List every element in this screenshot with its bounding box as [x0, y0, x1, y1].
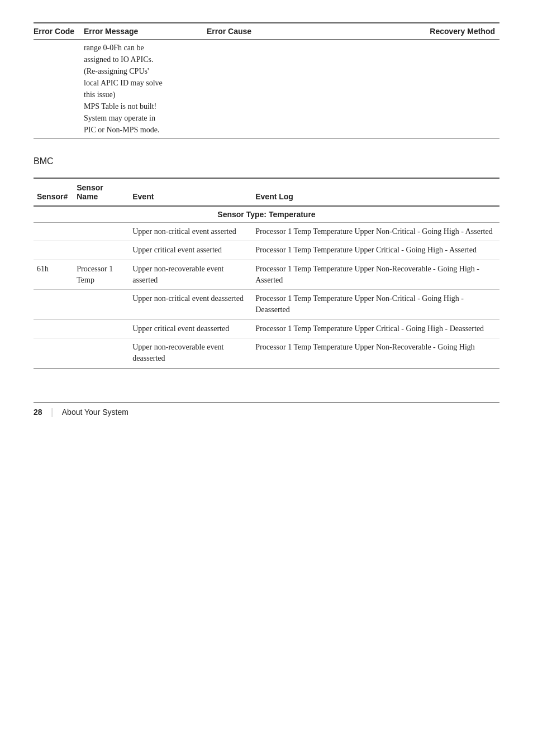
event-log-cell: Processor 1 Temp Temperature Upper Non-C…: [252, 223, 499, 241]
recovery-method-cell: [307, 40, 499, 138]
sensor-num-cell: [34, 319, 73, 338]
error-cause-header: Error Cause: [207, 23, 307, 40]
error-message-header: Error Message: [84, 23, 207, 40]
sensor-name-header: SensorName: [73, 178, 129, 206]
sensor-type-row: Sensor Type: Temperature: [34, 206, 499, 223]
event-header: Event: [129, 178, 252, 206]
footer-separator: |: [51, 407, 53, 417]
table-row: 61h Processor 1 Temp Upper non-recoverab…: [34, 260, 499, 290]
recovery-method-header: Recovery Method: [307, 23, 499, 40]
table-row: Upper non-recoverable event deasserted P…: [34, 338, 499, 369]
sensor-num-cell: [34, 241, 73, 260]
event-cell: Upper non-recoverable event deasserted: [129, 338, 252, 369]
event-log-cell: Processor 1 Temp Temperature Upper Criti…: [252, 319, 499, 338]
page-number: 28: [34, 408, 42, 417]
sensor-name-cell: Processor 1 Temp: [73, 260, 129, 290]
footer-section-title: About Your System: [62, 408, 129, 417]
sensor-table: Sensor# SensorName Event Event Log Senso…: [34, 178, 499, 369]
sensor-num-header: Sensor#: [34, 178, 73, 206]
sensor-name-cell: [73, 290, 129, 320]
event-cell: Upper critical event deasserted: [129, 319, 252, 338]
event-cell: Upper non-critical event deasserted: [129, 290, 252, 320]
error-code-cell: [34, 40, 84, 138]
event-log-cell: Processor 1 Temp Temperature Upper Non-C…: [252, 290, 499, 320]
sensor-name-cell: [73, 319, 129, 338]
table-row: Upper critical event deasserted Processo…: [34, 319, 499, 338]
sensor-name-cell: [73, 338, 129, 369]
sensor-num-cell: [34, 290, 73, 320]
bmc-heading: BMC: [34, 156, 499, 166]
sensor-num-cell: [34, 223, 73, 241]
table-row: Upper critical event asserted Processor …: [34, 241, 499, 260]
page-footer: 28 | About Your System: [34, 402, 499, 417]
table-row: Upper non-critical event deasserted Proc…: [34, 290, 499, 320]
event-log-cell: Processor 1 Temp Temperature Upper Criti…: [252, 241, 499, 260]
event-cell: Upper critical event asserted: [129, 241, 252, 260]
error-message-cell: range 0-0Fh can be assigned to IO APICs.…: [84, 40, 207, 138]
event-cell: Upper non-recoverable event asserted: [129, 260, 252, 290]
error-code-header: Error Code: [34, 23, 84, 40]
sensor-type-label: Sensor Type: Temperature: [34, 206, 499, 223]
error-table: Error Code Error Message Error Cause Rec…: [34, 22, 499, 138]
event-cell: Upper non-critical event asserted: [129, 223, 252, 241]
event-log-cell: Processor 1 Temp Temperature Upper Non-R…: [252, 260, 499, 290]
sensor-name-cell: [73, 223, 129, 241]
table-row: Upper non-critical event asserted Proces…: [34, 223, 499, 241]
sensor-name-cell: [73, 241, 129, 260]
sensor-num-cell: 61h: [34, 260, 73, 290]
error-cause-cell: [207, 40, 307, 138]
table-row: range 0-0Fh can be assigned to IO APICs.…: [34, 40, 499, 138]
event-log-cell: Processor 1 Temp Temperature Upper Non-R…: [252, 338, 499, 369]
event-log-header: Event Log: [252, 178, 499, 206]
sensor-num-cell: [34, 338, 73, 369]
